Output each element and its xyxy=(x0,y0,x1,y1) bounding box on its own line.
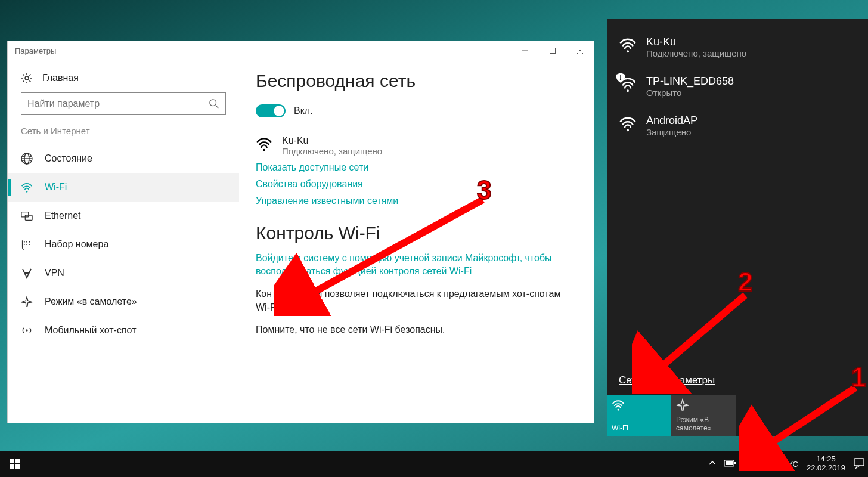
nav-label: Набор номера xyxy=(45,239,108,250)
svg-rect-24 xyxy=(550,48,556,54)
network-name: TP-LINK_EDD658 xyxy=(646,75,734,88)
settings-sidebar: Главная Сеть и Интернет Состояние Wi-Fi … xyxy=(8,60,239,423)
page-heading: Беспроводная сеть xyxy=(256,71,577,91)
maximize-button[interactable] xyxy=(539,41,566,60)
sidebar-item-wifi[interactable]: Wi-Fi xyxy=(8,173,239,202)
wifi-toggle[interactable] xyxy=(256,104,286,117)
network-name: Ku-Ku xyxy=(646,36,746,48)
connected-network[interactable]: Ku-Ku Подключено, защищено xyxy=(256,135,577,156)
close-button[interactable] xyxy=(566,41,594,60)
gear-icon xyxy=(21,72,33,84)
ethernet-icon xyxy=(21,210,33,222)
time: 14:25 xyxy=(807,455,845,464)
annotation-number-2: 2 xyxy=(738,267,752,297)
minimize-button[interactable] xyxy=(512,41,539,60)
battery-icon[interactable] xyxy=(724,460,736,469)
wifi-icon xyxy=(256,135,272,154)
sidebar-item-vpn[interactable]: VPN xyxy=(8,259,239,287)
tile-airplane[interactable]: Режим «В самолете» xyxy=(671,395,736,436)
wifi-safety-paragraph: Помните, что не все сети Wi-Fi безопасны… xyxy=(256,323,577,336)
search-icon xyxy=(209,98,219,109)
flyout-network-item[interactable]: AndroidAP Защищено xyxy=(607,106,868,145)
wifi-icon xyxy=(612,398,625,411)
nav-label: Мобильный хот-спот xyxy=(45,325,136,336)
hotspot-icon xyxy=(21,324,33,336)
network-status: Открыто xyxy=(646,88,734,98)
tile-wifi[interactable]: Wi-Fi xyxy=(607,395,671,436)
action-center-icon[interactable] xyxy=(854,458,864,470)
link-known-networks[interactable]: Управление известными сетями xyxy=(256,196,577,206)
date: 22.02.2019 xyxy=(807,464,845,473)
dialup-icon xyxy=(21,238,33,250)
clock[interactable]: 14:25 22.02.2019 xyxy=(807,455,845,473)
wifi-control-paragraph: Контроль Wi-Fi позволяет подключаться к … xyxy=(256,287,577,314)
link-sign-in[interactable]: Войдите в систему с помощью учетной запи… xyxy=(256,252,577,278)
wifi-open-icon xyxy=(619,75,637,95)
annotation-number-1: 1 xyxy=(851,363,866,392)
taskbar: РУС 14:25 22.02.2019 xyxy=(0,451,868,477)
flyout-network-item[interactable]: TP-LINK_EDD658 Открыто xyxy=(607,67,868,106)
wifi-icon xyxy=(619,36,637,56)
quick-tiles: Wi-Fi Режим «В самолете» xyxy=(607,395,868,436)
shield-warning-icon xyxy=(616,73,625,81)
home-button[interactable]: Главная xyxy=(8,67,239,92)
annotation-number-3: 3 xyxy=(477,175,491,205)
network-settings-link[interactable]: Сетевые параметры xyxy=(607,374,868,395)
wifi-control-heading: Контроль Wi-Fi xyxy=(256,223,577,243)
globe-icon xyxy=(21,153,33,165)
svg-line-28 xyxy=(216,106,219,109)
airplane-icon xyxy=(21,296,33,308)
network-status: Подключено, защищено xyxy=(646,48,746,58)
link-hardware-props[interactable]: Свойства оборудования xyxy=(256,179,577,190)
search-box[interactable] xyxy=(21,92,226,115)
category-label: Сеть и Интернет xyxy=(8,126,239,144)
search-wrap xyxy=(8,92,239,126)
home-label: Главная xyxy=(42,73,79,83)
sidebar-item-status[interactable]: Состояние xyxy=(8,144,239,173)
wifi-icon xyxy=(619,114,637,135)
svg-rect-31 xyxy=(10,464,14,469)
system-tray: РУС 14:25 22.02.2019 xyxy=(709,451,864,477)
network-status: Защищено xyxy=(646,127,698,137)
svg-rect-35 xyxy=(726,461,733,465)
network-name: AndroidAP xyxy=(646,114,698,127)
window-title: Параметры xyxy=(15,47,56,55)
nav-label: Ethernet xyxy=(45,210,80,221)
vpn-icon xyxy=(21,267,33,279)
tile-label: Режим «В самолете» xyxy=(676,416,731,433)
network-name: Ku-Ku xyxy=(282,135,382,146)
network-status: Подключено, защищено xyxy=(282,146,382,156)
tray-chevron-icon[interactable] xyxy=(709,460,716,469)
svg-rect-34 xyxy=(734,462,736,464)
windows-logo-icon xyxy=(10,459,20,469)
language-indicator[interactable]: РУС xyxy=(783,460,798,469)
volume-icon[interactable] xyxy=(764,458,774,470)
tile-label: Wi-Fi xyxy=(612,425,666,433)
nav-label: Режим «в самолете» xyxy=(45,296,137,307)
wifi-icon xyxy=(21,181,33,193)
airplane-icon xyxy=(676,398,689,411)
nav-label: Состояние xyxy=(45,153,92,164)
sidebar-item-hotspot[interactable]: Мобильный хот-спот xyxy=(8,316,239,345)
svg-rect-36 xyxy=(854,459,864,466)
settings-content: Беспроводная сеть Вкл. Ku-Ku Подключено,… xyxy=(239,60,594,423)
settings-window: Параметры Главная Сеть и Интернет Состоя… xyxy=(7,41,594,423)
nav-label: VPN xyxy=(45,268,64,278)
titlebar: Параметры xyxy=(8,41,594,60)
svg-rect-30 xyxy=(16,459,20,463)
sidebar-item-ethernet[interactable]: Ethernet xyxy=(8,202,239,230)
link-show-available[interactable]: Показать доступные сети xyxy=(256,162,577,173)
nav-label: Wi-Fi xyxy=(45,182,67,193)
start-button[interactable] xyxy=(0,451,30,477)
network-tray-icon[interactable] xyxy=(745,458,755,470)
sidebar-item-airplane[interactable]: Режим «в самолете» xyxy=(8,287,239,316)
window-controls xyxy=(512,41,594,60)
network-flyout: Ku-Ku Подключено, защищено TP-LINK_EDD65… xyxy=(607,19,868,436)
svg-rect-29 xyxy=(10,459,14,463)
svg-rect-32 xyxy=(16,464,20,469)
flyout-network-item[interactable]: Ku-Ku Подключено, защищено xyxy=(607,27,868,67)
svg-point-27 xyxy=(210,100,216,106)
wifi-toggle-label: Вкл. xyxy=(294,106,313,116)
sidebar-item-dialup[interactable]: Набор номера xyxy=(8,230,239,259)
search-input[interactable] xyxy=(27,98,209,109)
